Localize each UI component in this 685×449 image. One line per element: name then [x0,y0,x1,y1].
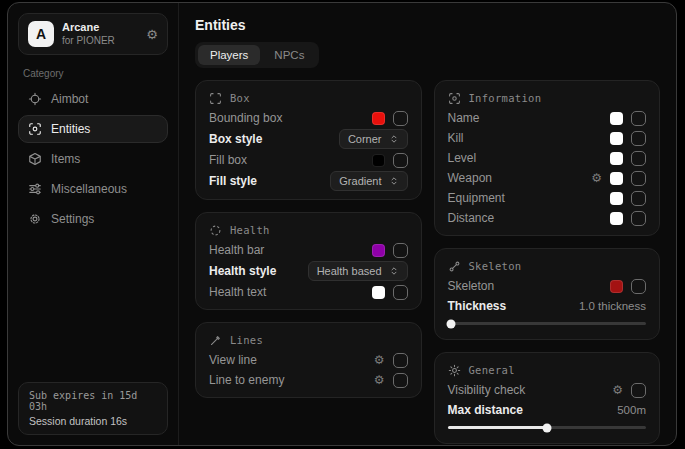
distance-color-swatch[interactable] [610,212,623,225]
gear-icon[interactable]: ⚙ [591,172,602,184]
health-bar-controls [372,243,408,258]
skeleton-controls [610,279,646,294]
skeleton-checkbox[interactable] [631,279,646,294]
kill-checkbox[interactable] [631,131,646,146]
panel-information-header: Information [448,89,647,107]
panel-health-header: Health [209,221,408,239]
skeleton-color-swatch[interactable] [610,280,623,293]
level-color-swatch[interactable] [610,152,623,165]
setting-label: Fill box [209,153,247,167]
subscription-card: Sub expires in 15d 03h Session duration … [18,382,168,435]
setting-label: Thickness [448,299,507,313]
health-style-select[interactable]: Health based [308,261,408,281]
equipment-controls [610,191,646,206]
bounding-box-color-swatch[interactable] [372,112,385,125]
box-style-select[interactable]: Corner [339,129,408,149]
fill-box-controls [372,153,408,168]
box-style-controls: Corner [339,129,408,149]
slider-thumb[interactable] [542,423,551,432]
line-to-enemy-controls: ⚙ [374,373,408,388]
health-style-controls: Health based [308,261,408,281]
thickness-slider[interactable] [448,319,647,328]
setting-label: Health text [209,285,266,299]
brand-name: Arcane [62,21,138,35]
brand-card: A Arcane for PIONER ⚙ [18,13,168,55]
distance-controls [610,211,646,226]
fill-box-color-swatch[interactable] [372,154,385,167]
health-text-color-swatch[interactable] [372,286,385,299]
panel-title: Information [469,92,542,104]
setting-label: Bounding box [209,111,282,125]
category-label: Category [23,68,163,79]
slider-thumb[interactable] [447,319,456,328]
tab-players[interactable]: Players [198,45,260,65]
visibility-check-row: Visibility check⚙ [448,381,647,399]
gear-icon[interactable]: ⚙ [146,28,158,41]
slider-track [448,322,647,325]
weapon-color-swatch[interactable] [610,172,623,185]
health-bar-checkbox[interactable] [393,243,408,258]
max-distance-controls: 500m [617,404,646,416]
scan-eye-icon [28,122,42,136]
caret-sort-icon [389,266,399,276]
bounding-box-controls [372,111,408,126]
fill-style-select[interactable]: Gradient [330,171,407,191]
app-window: A Arcane for PIONER ⚙ Category AimbotEnt… [7,2,677,446]
bounding-box-checkbox[interactable] [393,111,408,126]
weapon-checkbox[interactable] [631,171,646,186]
level-controls [610,151,646,166]
thickness-row: Thickness1.0 thickness [448,297,647,315]
sidebar-item-label: Entities [51,122,90,136]
gear-icon [28,212,42,226]
name-checkbox[interactable] [631,111,646,126]
crosshair-icon [28,92,42,106]
max-distance-row: Max distance500m [448,401,647,419]
kill-row: Kill [448,129,647,147]
panel-skeleton: SkeletonSkeletonThickness1.0 thickness [434,248,661,340]
sidebar-item-miscellaneous[interactable]: Miscellaneous [18,175,168,203]
distance-row: Distance [448,209,647,227]
max-distance-slider[interactable] [448,423,647,432]
distance-checkbox[interactable] [631,211,646,226]
equipment-checkbox[interactable] [631,191,646,206]
scan-eye-icon [448,92,461,105]
setting-label: Box style [209,132,262,146]
health-bar-color-swatch[interactable] [372,244,385,257]
brand-subtitle: for PIONER [62,35,138,48]
name-color-swatch[interactable] [610,112,623,125]
gear-icon[interactable]: ⚙ [374,354,385,366]
panel-column-1: BoxBounding boxBox styleCornerFill boxFi… [195,80,422,398]
panel-general-header: General [448,361,647,379]
gear-icon[interactable]: ⚙ [374,374,385,386]
fill-box-checkbox[interactable] [393,153,408,168]
health-bar-row: Health bar [209,241,408,259]
panel-information: InformationNameKillLevelWeapon⚙Equipment… [434,80,661,236]
setting-label: View line [209,353,257,367]
panel-skeleton-header: Skeleton [448,257,647,275]
sidebar-item-entities[interactable]: Entities [18,115,168,143]
panel-box-header: Box [209,89,408,107]
thickness-controls: 1.0 thickness [579,300,646,312]
view-line-controls: ⚙ [374,353,408,368]
tab-npcs[interactable]: NPCs [262,45,316,65]
level-checkbox[interactable] [631,151,646,166]
weapon-controls: ⚙ [591,171,646,186]
visibility-check-checkbox[interactable] [631,383,646,398]
setting-label: Max distance [448,403,523,417]
sidebar-item-aimbot[interactable]: Aimbot [18,85,168,113]
sidebar-item-label: Miscellaneous [51,182,127,196]
setting-label: Skeleton [448,279,495,293]
view-line-checkbox[interactable] [393,353,408,368]
name-row: Name [448,109,647,127]
sidebar: A Arcane for PIONER ⚙ Category AimbotEnt… [8,3,179,445]
gear-icon[interactable]: ⚙ [612,384,623,396]
kill-color-swatch[interactable] [610,132,623,145]
sidebar-item-settings[interactable]: Settings [18,205,168,233]
equipment-color-swatch[interactable] [610,192,623,205]
line-to-enemy-checkbox[interactable] [393,373,408,388]
sidebar-item-items[interactable]: Items [18,145,168,173]
setting-label: Health bar [209,243,264,257]
setting-label: Weapon [448,171,492,185]
bounding-box-row: Bounding box [209,109,408,127]
health-text-checkbox[interactable] [393,285,408,300]
